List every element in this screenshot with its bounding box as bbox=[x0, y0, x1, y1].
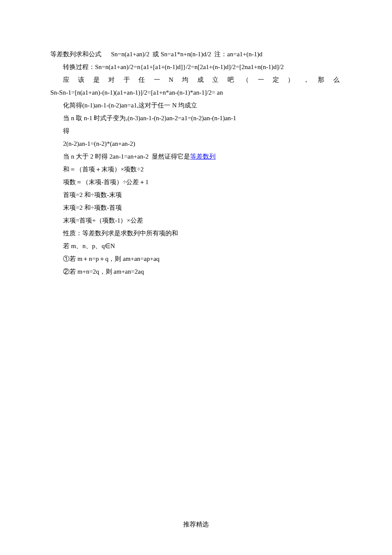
text-segment: 当 n 大于 2 时得 2an-1=an+an-2 显然证得它是 bbox=[63, 153, 190, 160]
text-line-1: 等差数列求和公式 Sn=n(a1+an)/2 或 Sn=a1*n+n(n-1)d… bbox=[50, 48, 342, 61]
document-page: 等差数列求和公式 Sn=n(a1+an)/2 或 Sn=a1*n+n(n-1)d… bbox=[0, 0, 392, 555]
text-line-7: 得 bbox=[50, 124, 342, 137]
page-footer: 推荐精选 bbox=[0, 520, 392, 529]
text-line-4: Sn-Sn-1=[n(a1+an)-(n-1)(a1+an-1)]/2=[a1+… bbox=[50, 86, 342, 99]
arithmetic-sequence-link[interactable]: 等差数列 bbox=[190, 153, 216, 160]
text-line-8: 2(n-2)an-1=(n-2)*(an+an-2) bbox=[50, 137, 342, 150]
text-line-9: 当 n 大于 2 时得 2an-1=an+an-2 显然证得它是等差数列 bbox=[50, 150, 342, 163]
text-line-14: 末项=首项+（项数-1）×公差 bbox=[50, 214, 342, 227]
text-line-18: ②若 m+n=2q，则 am+an=2aq bbox=[50, 265, 342, 278]
text-line-16: 若 m、n、p、q∈N bbox=[50, 240, 342, 252]
text-line-6: 当 n 取 n-1 时式子变为,(n-3)an-1-(n-2)an-2=a1=(… bbox=[50, 112, 342, 124]
text-line-13: 末项=2 和÷项数-首项 bbox=[50, 201, 342, 214]
text-line-2: 转换过程：Sn=n(a1+an)/2=n{a1+[a1+(n-1)d]}/2=n… bbox=[50, 61, 342, 73]
text-line-10: 和＝（首项＋末项）×项数÷2 bbox=[50, 163, 342, 176]
text-line-3: 应该是对于任一N均成立吧（一定），那么 bbox=[50, 73, 342, 86]
text-line-15: 性质：等差数列求是求数列中所有项的和 bbox=[50, 227, 342, 240]
text-line-12: 首项=2 和÷项数-末项 bbox=[50, 188, 342, 201]
text-line-17: ①若 m＋n=p＋q，则 am+an=ap+aq bbox=[50, 252, 342, 265]
text-line-5: 化简得(n-1)an-1-(n-2)an=a1,这对于任一 N 均成立 bbox=[50, 99, 342, 112]
text-line-11: 项数＝（末项-首项）÷公差＋1 bbox=[50, 176, 342, 188]
